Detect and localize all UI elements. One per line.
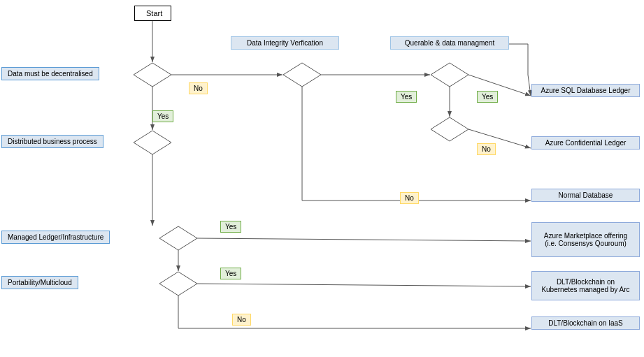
result-iaas: DLT/Blockchain on IaaS	[531, 316, 640, 330]
diamond-portability	[159, 272, 197, 296]
diamond-querable	[431, 63, 468, 87]
label-decentralised: Data must be decentralised	[1, 67, 99, 80]
yes-badge-4: Yes	[220, 221, 241, 233]
start-label: Start	[146, 9, 162, 17]
label-distributed: Distributed business process	[1, 135, 103, 148]
diamond-managed	[159, 226, 197, 250]
diamond-distributed	[134, 131, 171, 154]
label-managed: Managed Ledger/Infrastructure	[1, 231, 110, 244]
result-kubernetes: DLT/Blockchain on Kubernetes managed by …	[531, 271, 640, 300]
diamond-querable-sub	[431, 117, 468, 141]
yes-badge-1: Yes	[152, 110, 173, 122]
result-azure-confidential: Azure Confidential Ledger	[531, 136, 640, 150]
diamond-data-integrity	[283, 63, 321, 87]
arrow-to-sql-box	[528, 75, 531, 96]
header-data-integrity: Data Integrity Verfication	[231, 36, 339, 50]
no-badge-3: No	[400, 192, 419, 204]
yes-badge-5: Yes	[220, 268, 241, 279]
yes-badge-2: Yes	[396, 91, 417, 103]
no-badge-4: No	[232, 314, 251, 326]
diamond-decentralised	[134, 63, 171, 87]
label-portability: Portability/Multicloud	[1, 276, 78, 289]
yes-badge-3: Yes	[477, 91, 498, 103]
header-querable: Querable & data managment	[390, 36, 509, 50]
result-normal-db: Normal Database	[531, 189, 640, 202]
no-badge-1: No	[189, 82, 208, 94]
no-badge-2: No	[477, 143, 496, 155]
arrow-d6-marketplace	[197, 238, 531, 241]
start-box: Start	[134, 6, 171, 21]
arrow-d7-kubernetes	[197, 284, 531, 286]
result-azure-sql: Azure SQL Database Ledger	[531, 84, 640, 97]
flowchart-diagram: Start Data Integrity Verfication Querabl…	[0, 0, 644, 357]
result-marketplace: Azure Marketplace offering (i.e. Consens…	[531, 222, 640, 257]
